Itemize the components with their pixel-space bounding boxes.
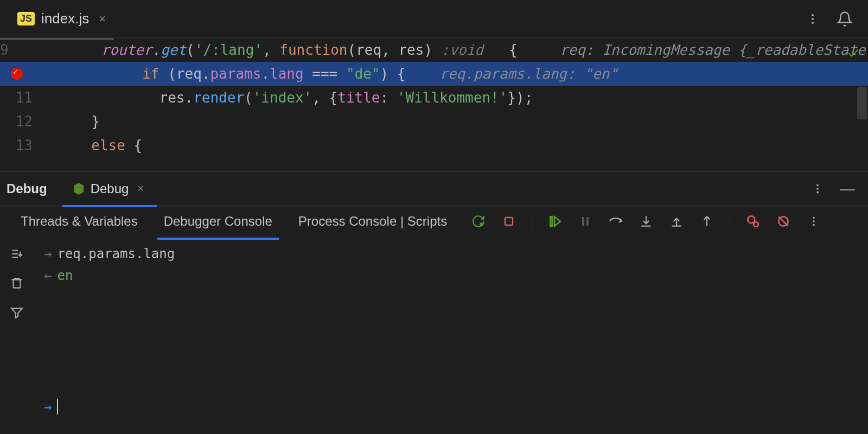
rerun-icon[interactable] xyxy=(471,214,486,229)
debug-tool-window-header: Debug Debug × — xyxy=(0,171,868,205)
debug-sub-tabs: Threads & Variables Debugger Console Pro… xyxy=(0,205,868,237)
svg-point-14 xyxy=(813,216,815,219)
svg-rect-7 xyxy=(505,218,513,225)
scroll-to-end-icon[interactable] xyxy=(9,246,24,261)
filter-console-icon[interactable] xyxy=(9,305,24,320)
line-number: 13 xyxy=(0,133,49,157)
debug-session-label: Debug xyxy=(91,181,129,196)
mute-breakpoints-icon[interactable] xyxy=(776,214,791,229)
svg-rect-17 xyxy=(14,280,21,288)
svg-point-3 xyxy=(816,184,819,186)
resume-icon[interactable] xyxy=(547,214,563,229)
arrow-right-icon: → xyxy=(44,243,52,265)
svg-point-12 xyxy=(754,222,758,227)
console-side-toolbar xyxy=(0,237,34,434)
run-to-cursor-icon[interactable] xyxy=(699,214,714,229)
svg-point-5 xyxy=(816,191,819,193)
console-output-line: ← en xyxy=(44,265,858,286)
code-line-13[interactable]: 13 else { xyxy=(0,133,868,157)
separator xyxy=(532,214,532,229)
line-number: 11 xyxy=(0,86,49,110)
svg-rect-9 xyxy=(582,217,584,226)
tab-process-console[interactable]: Process Console | Scripts xyxy=(285,206,460,237)
tab-debugger-console[interactable]: Debugger Console xyxy=(151,206,285,237)
console-prompt[interactable]: → xyxy=(44,396,58,418)
step-over-icon[interactable] xyxy=(608,214,623,229)
console-evaluated-expression: req.params.lang xyxy=(57,243,175,265)
console-input-line: → req.params.lang xyxy=(44,243,858,265)
text-cursor xyxy=(57,399,58,414)
svg-point-4 xyxy=(816,188,819,190)
code-editor[interactable]: 9 router.get('/:lang', function(req, res… xyxy=(0,38,868,171)
breakpoint-check-icon: ✓ xyxy=(13,60,17,84)
separator xyxy=(730,214,730,229)
svg-point-6 xyxy=(480,222,483,226)
console-result-value: en xyxy=(57,265,73,286)
nodejs-icon xyxy=(72,182,85,195)
close-session-icon[interactable]: × xyxy=(134,182,147,195)
minimize-panel-icon[interactable]: — xyxy=(840,180,855,197)
debugger-console: → req.params.lang ← en → xyxy=(0,237,868,434)
editor-scrollbar[interactable] xyxy=(857,87,867,119)
stop-icon[interactable] xyxy=(501,214,516,229)
tab-threads-variables[interactable]: Threads & Variables xyxy=(8,206,151,237)
more-debug-actions-icon[interactable] xyxy=(806,214,821,229)
svg-rect-10 xyxy=(586,217,589,226)
more-options-icon[interactable] xyxy=(812,183,824,195)
step-out-icon[interactable] xyxy=(669,214,684,229)
svg-point-15 xyxy=(813,220,815,222)
line-number: 12 xyxy=(0,110,49,133)
console-output-area[interactable]: → req.params.lang ← en → xyxy=(34,237,868,434)
code-line-11[interactable]: 11 res.render('index', {title: 'Willkomm… xyxy=(0,86,868,110)
svg-point-16 xyxy=(813,224,815,226)
view-breakpoints-icon[interactable] xyxy=(745,214,761,229)
step-into-icon[interactable] xyxy=(639,214,654,229)
prompt-arrow-icon: → xyxy=(44,396,52,418)
svg-rect-8 xyxy=(551,216,552,226)
arrow-left-icon: ← xyxy=(44,265,52,286)
clear-console-icon[interactable] xyxy=(9,276,24,291)
inline-debug-hint: req.params.lang: "en" xyxy=(439,66,618,82)
debug-actions-toolbar xyxy=(471,214,821,229)
inline-debug-hint: req: IncomingMessage {_readableState: xyxy=(560,42,868,58)
pause-icon[interactable] xyxy=(578,214,593,229)
svg-point-11 xyxy=(748,216,755,223)
debug-session-tab[interactable]: Debug × xyxy=(62,174,157,204)
debug-tool-title: Debug xyxy=(0,181,57,196)
line-number: 9 xyxy=(0,38,25,62)
